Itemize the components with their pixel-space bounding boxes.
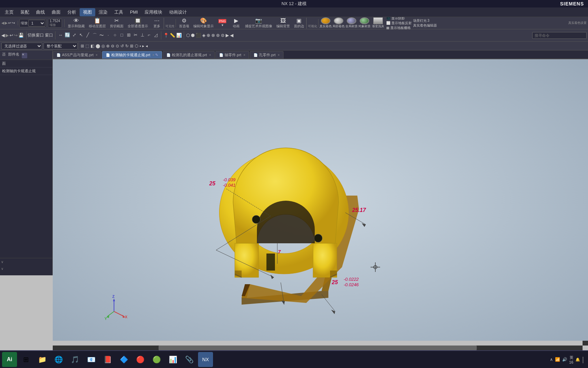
icon-rotate[interactable]: 🔄 [64,32,70,39]
icon-trim[interactable]: ✂ [132,32,138,39]
tab-hole-part[interactable]: 📄 孔零件.prt × [250,51,283,59]
filter-btn13[interactable]: ▪ [140,44,141,48]
icon-spline[interactable]: 〜 [98,32,104,39]
icon-chamfer[interactable]: ◿ [153,32,159,39]
switch-window-btn[interactable]: 切换窗口 [28,32,44,38]
tray-show-desktop[interactable]: | [582,356,584,364]
tab-hole-gauge[interactable]: 📄 检测孔的通止塞规.prt × [163,51,215,59]
undo-btn[interactable]: ↩ [8,21,11,25]
global-material-btn[interactable]: 全局材质 [345,17,358,29]
taskbar-app2-btn[interactable]: 🔷 [116,352,131,367]
filter-btn4[interactable]: ⬤ [96,44,100,48]
tb2-undo2[interactable]: ↩ [10,33,13,38]
menu-render[interactable]: 渲染 [95,8,111,16]
icon-fillet[interactable]: ⌐ [146,32,152,39]
filter-btn3[interactable]: ◧ [91,44,94,48]
icon-s6[interactable]: ⊗ [211,33,215,38]
h-scrollbar[interactable] [53,346,583,350]
filter-btn12[interactable]: ⬡ [135,44,138,48]
filter-btn6[interactable]: ⊕ [106,44,110,48]
taskbar-app4-btn[interactable]: 🟢 [149,352,164,367]
taskbar-media-btn[interactable]: 🎵 [67,352,82,367]
menu-home[interactable]: 主页 [1,8,17,16]
menu-appmodule[interactable]: 应用模块 [141,8,166,16]
edit-bg-btn[interactable]: 🖼 编辑背景 [274,17,292,29]
show-hide-btn[interactable]: 👁 显示和隐藏 [66,17,87,29]
filter-btn8[interactable]: ⊙ [116,44,119,48]
animation-btn[interactable]: ▶ 动画 [229,17,243,29]
filter-btn5[interactable]: ◎ [101,44,105,48]
menu-assembly[interactable]: 装配 [17,8,33,16]
icon-snap[interactable]: 📍 [163,33,169,38]
icon-s4[interactable]: ◈ [202,33,206,38]
tray-arrow[interactable]: ∧ [550,357,553,362]
taskbar-app3-btn[interactable]: 🔴 [133,352,148,367]
real-shading-btn[interactable]: 真实着色 [320,17,332,29]
taskbar-nx-btn[interactable]: NX [198,352,213,367]
icon-point[interactable]: · [105,32,111,39]
taskbar-start-btn[interactable]: ⊞ [18,352,33,367]
panel-close-btn[interactable]: ✕ [22,53,27,58]
icon-rect[interactable]: □ [119,32,125,39]
export-png-btn[interactable]: PNG ▼ [216,18,229,28]
filter-btn10[interactable]: ↻ [125,44,129,48]
panel-collapse-bottom2[interactable]: ∨ [0,265,52,272]
object-material-btn[interactable]: 对象材质 [358,17,371,29]
menu-surface[interactable]: 曲面 [48,8,64,16]
menu-pmi[interactable]: PMI [127,9,141,16]
icon-s10[interactable]: ◀ [230,33,233,38]
menu-analysis[interactable]: 分析 [64,8,80,16]
zoom-select[interactable]: 120.5 [28,20,45,27]
icon-move[interactable]: ↔ [58,32,64,39]
filter-btn9[interactable]: ↺ [120,44,124,48]
menu-tools[interactable]: 工具 [111,8,127,16]
taskbar-explorer-btn[interactable]: 📁 [35,352,50,367]
forward-btn[interactable]: ▶ [5,21,7,25]
taskbar-browser-btn[interactable]: 🌐 [51,352,66,367]
face-edge-btn[interactable]: ▣ 面的边 [292,17,306,29]
icon-scale[interactable]: ⤢ [71,32,77,39]
menu-curve[interactable]: 曲线 [33,8,48,16]
show-floor-reflect-btn[interactable]: ⬜ 显示地板反射 [386,21,412,26]
icon-circle[interactable]: ○ [112,32,118,39]
icon-arc[interactable]: ⌒ [92,32,98,39]
icon-select[interactable]: ↖ [78,32,84,39]
filter-btn15[interactable]: ◂ [146,44,148,48]
panel-row-gauge[interactable]: 检测轴的卡规通止规 [0,67,52,75]
pref-btn[interactable]: ⚙ 首选项 [177,17,191,29]
tab-ass[interactable]: 📄 ASS产品与量规.prt × [53,51,101,59]
local-shading-btn[interactable]: 局部着色 [332,17,345,29]
tb2-redo2[interactable]: ↪ [14,33,18,38]
taskbar-mail-btn[interactable]: 📧 [84,352,99,367]
tb2-forward[interactable]: ▶ [5,33,9,38]
taskbar-app5-btn[interactable]: 📊 [165,352,180,367]
panel-collapse-bottom[interactable]: ∨ [0,258,52,265]
tab-shaft-gauge-close[interactable]: × [152,53,154,57]
icon-ext[interactable]: ⊥ [139,32,145,39]
real-color-editor-btn[interactable]: 真实着色编辑器 [413,23,437,28]
tab-shaft-part[interactable]: 📄 轴零件.prt × [215,51,249,59]
filter-assembly-select[interactable]: 整个装配 [44,43,78,49]
tray-notification[interactable]: 🔔 [575,357,580,362]
icon-s1[interactable]: ⬡ [186,33,190,38]
filter-btn7[interactable]: ⊖ [111,44,114,48]
panel-row-face[interactable]: 面 [0,60,52,67]
icon-s7[interactable]: ⊛ [216,33,220,38]
scene-light-btn[interactable]: 场景灯光 3 [413,18,437,23]
gradient-gray-btn[interactable]: 渐变浅灰 [372,17,384,29]
icon-s2[interactable]: ⬢ [191,33,195,38]
menu-view[interactable]: 视图 [80,8,95,16]
tab-shaft-gauge[interactable]: 📄 检测轴的卡规通止规.prt × ✎ [102,51,162,59]
menu-animation[interactable]: 动画设计 [166,8,190,16]
filter-btn14[interactable]: ▸ [142,44,144,48]
icon-measure[interactable]: 📏 [170,33,175,38]
icon-analyze[interactable]: 📊 [176,33,182,38]
transparent-btn[interactable]: 🔲 全部通透显示 [126,17,150,29]
main-viewport[interactable]: 25 -0.039 -0.041 25.17 7 25 -0.0222 -0.0… [53,59,588,341]
tray-network[interactable]: 📶 [555,357,560,362]
back-btn[interactable]: ◀ [1,21,4,25]
filter-btn1[interactable]: ⊞ [81,44,84,48]
tray-volume[interactable]: 🔊 [562,357,567,362]
more-visibility-btn[interactable]: ⋯ 更多 [150,17,164,29]
tab-hole-gauge-close[interactable]: × [209,53,211,57]
